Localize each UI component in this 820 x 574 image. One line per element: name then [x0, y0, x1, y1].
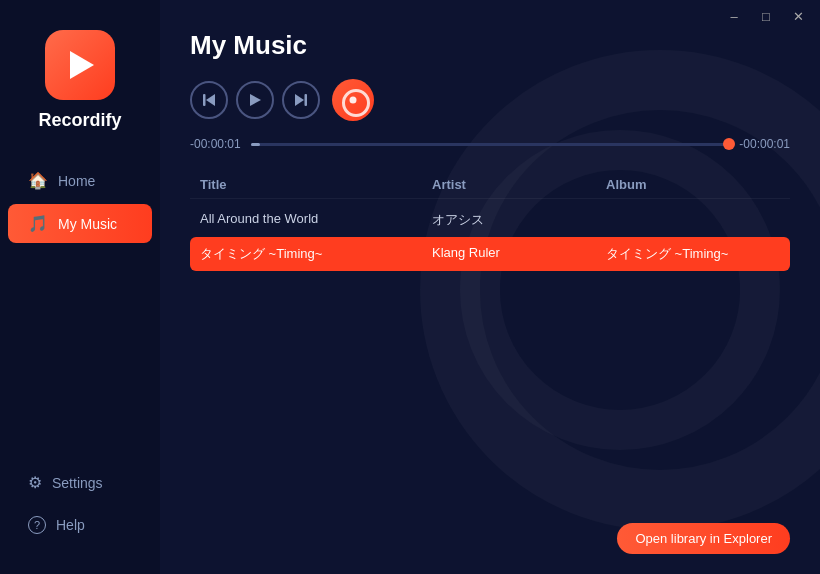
progress-bar[interactable]: [251, 143, 730, 146]
track-title: All Around the World: [200, 211, 432, 229]
settings-icon: ⚙: [28, 473, 42, 492]
svg-marker-0: [70, 51, 94, 79]
title-bar: – □ ✕: [0, 0, 820, 32]
vinyl-icon: [342, 89, 364, 111]
prev-icon: [202, 93, 216, 107]
sidebar-item-my-music-label: My Music: [58, 216, 117, 232]
help-icon: ?: [28, 516, 46, 534]
logo-icon: [45, 30, 115, 100]
page-title: My Music: [190, 30, 790, 61]
progress-area: -00:00:01 -00:00:01: [190, 137, 790, 151]
col-artist: Artist: [432, 177, 606, 192]
sidebar-item-home[interactable]: 🏠 Home: [8, 161, 152, 200]
svg-rect-2: [203, 94, 206, 106]
svg-marker-3: [250, 94, 261, 106]
track-row[interactable]: All Around the World オアシス: [190, 203, 790, 237]
svg-marker-1: [206, 94, 215, 106]
track-list-header: Title Artist Album: [190, 171, 790, 199]
music-icon: 🎵: [28, 214, 48, 233]
track-row-active[interactable]: タイミング ~Timing~ Klang Ruler タイミング ~Timing…: [190, 237, 790, 271]
nav-items: 🏠 Home 🎵 My Music: [0, 161, 160, 243]
close-button[interactable]: ✕: [784, 2, 812, 30]
play-logo-icon: [62, 47, 98, 83]
open-library-button[interactable]: Open library in Explorer: [617, 523, 790, 554]
sidebar-item-help[interactable]: ? Help: [8, 506, 152, 544]
track-list: Title Artist Album All Around the World …: [190, 171, 790, 554]
sidebar-item-settings[interactable]: ⚙ Settings: [8, 463, 152, 502]
record-button[interactable]: [332, 79, 374, 121]
track-title-active: タイミング ~Timing~: [200, 245, 432, 263]
sidebar: Recordify 🏠 Home 🎵 My Music ⚙ Settings ?…: [0, 0, 160, 574]
sidebar-item-help-label: Help: [56, 517, 85, 533]
minimize-button[interactable]: –: [720, 2, 748, 30]
main-content: My Music -00:00:01: [160, 0, 820, 574]
next-icon: [294, 93, 308, 107]
prev-button[interactable]: [190, 81, 228, 119]
maximize-button[interactable]: □: [752, 2, 780, 30]
play-button[interactable]: [236, 81, 274, 119]
track-artist-active: Klang Ruler: [432, 245, 606, 263]
playback-controls: [190, 79, 790, 121]
col-title: Title: [200, 177, 432, 192]
logo-area: Recordify: [38, 30, 121, 131]
time-end: -00:00:01: [739, 137, 790, 151]
sidebar-item-home-label: Home: [58, 173, 95, 189]
play-icon: [248, 93, 262, 107]
progress-fill: [251, 143, 261, 146]
track-album-active: タイミング ~Timing~: [606, 245, 780, 263]
sidebar-item-settings-label: Settings: [52, 475, 103, 491]
progress-thumb: [723, 138, 735, 150]
logo-text: Recordify: [38, 110, 121, 131]
home-icon: 🏠: [28, 171, 48, 190]
sidebar-bottom: ⚙ Settings ? Help: [0, 463, 160, 544]
track-artist: オアシス: [432, 211, 606, 229]
time-start: -00:00:01: [190, 137, 241, 151]
next-button[interactable]: [282, 81, 320, 119]
svg-rect-5: [305, 94, 308, 106]
track-album: [606, 211, 780, 229]
svg-marker-4: [295, 94, 304, 106]
col-album: Album: [606, 177, 780, 192]
sidebar-item-my-music[interactable]: 🎵 My Music: [8, 204, 152, 243]
